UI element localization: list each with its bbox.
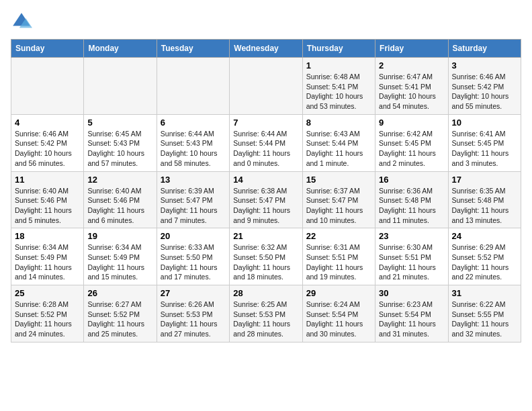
day-header-tuesday: Tuesday bbox=[157, 40, 229, 58]
date-number: 23 bbox=[379, 231, 444, 241]
cell-info: Sunrise: 6:41 AM Sunset: 5:45 PM Dayligh… bbox=[452, 129, 517, 169]
cell-info: Sunrise: 6:25 AM Sunset: 5:53 PM Dayligh… bbox=[233, 300, 298, 339]
cell-info: Sunrise: 6:40 AM Sunset: 5:46 PM Dayligh… bbox=[15, 186, 80, 226]
cell-info: Sunrise: 6:26 AM Sunset: 5:53 PM Dayligh… bbox=[161, 300, 226, 339]
cell-info: Sunrise: 6:28 AM Sunset: 5:52 PM Dayligh… bbox=[15, 300, 80, 339]
day-header-thursday: Thursday bbox=[302, 40, 375, 58]
date-number: 10 bbox=[452, 118, 517, 128]
cell-info: Sunrise: 6:31 AM Sunset: 5:51 PM Dayligh… bbox=[306, 242, 371, 282]
date-number: 11 bbox=[15, 175, 80, 185]
date-number: 3 bbox=[452, 60, 517, 71]
date-number: 24 bbox=[452, 231, 517, 241]
cell-info: Sunrise: 6:46 AM Sunset: 5:42 PM Dayligh… bbox=[452, 72, 517, 111]
calendar-week-row: 1Sunrise: 6:48 AM Sunset: 5:41 PM Daylig… bbox=[11, 58, 521, 115]
calendar-cell: 27Sunrise: 6:26 AM Sunset: 5:53 PM Dayli… bbox=[157, 285, 229, 342]
date-number: 30 bbox=[379, 288, 444, 298]
calendar-cell: 20Sunrise: 6:33 AM Sunset: 5:50 PM Dayli… bbox=[157, 228, 229, 285]
cell-info: Sunrise: 6:38 AM Sunset: 5:47 PM Dayligh… bbox=[233, 186, 298, 226]
cell-info: Sunrise: 6:29 AM Sunset: 5:52 PM Dayligh… bbox=[452, 242, 517, 282]
calendar-cell: 16Sunrise: 6:36 AM Sunset: 5:48 PM Dayli… bbox=[375, 171, 448, 228]
cell-info: Sunrise: 6:33 AM Sunset: 5:50 PM Dayligh… bbox=[161, 242, 226, 282]
calendar-table: SundayMondayTuesdayWednesdayThursdayFrid… bbox=[11, 39, 521, 342]
calendar-cell: 22Sunrise: 6:31 AM Sunset: 5:51 PM Dayli… bbox=[302, 228, 375, 285]
date-number: 14 bbox=[233, 175, 298, 185]
cell-info: Sunrise: 6:46 AM Sunset: 5:42 PM Dayligh… bbox=[15, 129, 80, 169]
date-number: 17 bbox=[452, 175, 517, 185]
calendar-cell: 14Sunrise: 6:38 AM Sunset: 5:47 PM Dayli… bbox=[230, 171, 302, 228]
cell-info: Sunrise: 6:47 AM Sunset: 5:41 PM Dayligh… bbox=[379, 72, 444, 111]
date-number: 26 bbox=[87, 288, 152, 298]
date-number: 13 bbox=[161, 175, 226, 185]
date-number: 19 bbox=[87, 231, 152, 241]
calendar-cell: 5Sunrise: 6:45 AM Sunset: 5:43 PM Daylig… bbox=[84, 114, 157, 171]
day-header-saturday: Saturday bbox=[448, 40, 521, 58]
calendar-header-row: SundayMondayTuesdayWednesdayThursdayFrid… bbox=[11, 40, 521, 58]
calendar-cell: 23Sunrise: 6:30 AM Sunset: 5:51 PM Dayli… bbox=[375, 228, 448, 285]
cell-info: Sunrise: 6:24 AM Sunset: 5:54 PM Dayligh… bbox=[306, 300, 371, 339]
cell-info: Sunrise: 6:44 AM Sunset: 5:43 PM Dayligh… bbox=[161, 129, 226, 169]
cell-info: Sunrise: 6:42 AM Sunset: 5:45 PM Dayligh… bbox=[379, 129, 444, 169]
calendar-cell: 24Sunrise: 6:29 AM Sunset: 5:52 PM Dayli… bbox=[448, 228, 521, 285]
calendar-cell bbox=[11, 58, 84, 115]
cell-info: Sunrise: 6:48 AM Sunset: 5:41 PM Dayligh… bbox=[306, 72, 371, 111]
date-number: 6 bbox=[161, 118, 226, 128]
calendar-cell: 7Sunrise: 6:44 AM Sunset: 5:44 PM Daylig… bbox=[230, 114, 302, 171]
calendar-cell: 30Sunrise: 6:23 AM Sunset: 5:54 PM Dayli… bbox=[375, 285, 448, 342]
calendar-cell: 25Sunrise: 6:28 AM Sunset: 5:52 PM Dayli… bbox=[11, 285, 84, 342]
calendar-cell: 28Sunrise: 6:25 AM Sunset: 5:53 PM Dayli… bbox=[230, 285, 302, 342]
calendar-cell: 2Sunrise: 6:47 AM Sunset: 5:41 PM Daylig… bbox=[375, 58, 448, 115]
calendar-week-row: 4Sunrise: 6:46 AM Sunset: 5:42 PM Daylig… bbox=[11, 114, 521, 171]
cell-info: Sunrise: 6:36 AM Sunset: 5:48 PM Dayligh… bbox=[379, 186, 444, 226]
date-number: 7 bbox=[233, 118, 298, 128]
date-number: 20 bbox=[161, 231, 226, 241]
date-number: 27 bbox=[161, 288, 226, 298]
calendar-cell: 10Sunrise: 6:41 AM Sunset: 5:45 PM Dayli… bbox=[448, 114, 521, 171]
cell-info: Sunrise: 6:27 AM Sunset: 5:52 PM Dayligh… bbox=[87, 300, 152, 339]
cell-info: Sunrise: 6:40 AM Sunset: 5:46 PM Dayligh… bbox=[87, 186, 152, 226]
date-number: 1 bbox=[306, 60, 371, 71]
calendar-cell bbox=[84, 58, 157, 115]
date-number: 18 bbox=[15, 231, 80, 241]
cell-info: Sunrise: 6:43 AM Sunset: 5:44 PM Dayligh… bbox=[306, 129, 371, 169]
calendar-cell: 6Sunrise: 6:44 AM Sunset: 5:43 PM Daylig… bbox=[157, 114, 229, 171]
date-number: 12 bbox=[87, 175, 152, 185]
calendar-cell: 21Sunrise: 6:32 AM Sunset: 5:50 PM Dayli… bbox=[230, 228, 302, 285]
calendar-cell: 9Sunrise: 6:42 AM Sunset: 5:45 PM Daylig… bbox=[375, 114, 448, 171]
calendar-cell: 29Sunrise: 6:24 AM Sunset: 5:54 PM Dayli… bbox=[302, 285, 375, 342]
calendar-cell: 19Sunrise: 6:34 AM Sunset: 5:49 PM Dayli… bbox=[84, 228, 157, 285]
calendar-cell bbox=[230, 58, 302, 115]
cell-info: Sunrise: 6:39 AM Sunset: 5:47 PM Dayligh… bbox=[161, 186, 226, 226]
day-header-friday: Friday bbox=[375, 40, 448, 58]
cell-info: Sunrise: 6:34 AM Sunset: 5:49 PM Dayligh… bbox=[87, 242, 152, 282]
cell-info: Sunrise: 6:35 AM Sunset: 5:48 PM Dayligh… bbox=[452, 186, 517, 226]
calendar-cell: 1Sunrise: 6:48 AM Sunset: 5:41 PM Daylig… bbox=[302, 58, 375, 115]
cell-info: Sunrise: 6:30 AM Sunset: 5:51 PM Dayligh… bbox=[379, 242, 444, 282]
calendar-cell: 12Sunrise: 6:40 AM Sunset: 5:46 PM Dayli… bbox=[84, 171, 157, 228]
cell-info: Sunrise: 6:45 AM Sunset: 5:43 PM Dayligh… bbox=[87, 129, 152, 169]
calendar-cell: 11Sunrise: 6:40 AM Sunset: 5:46 PM Dayli… bbox=[11, 171, 84, 228]
calendar-week-row: 18Sunrise: 6:34 AM Sunset: 5:49 PM Dayli… bbox=[11, 228, 521, 285]
day-header-wednesday: Wednesday bbox=[230, 40, 302, 58]
date-number: 4 bbox=[15, 118, 80, 128]
date-number: 25 bbox=[15, 288, 80, 298]
calendar-cell: 8Sunrise: 6:43 AM Sunset: 5:44 PM Daylig… bbox=[302, 114, 375, 171]
date-number: 2 bbox=[379, 60, 444, 71]
calendar-cell: 4Sunrise: 6:46 AM Sunset: 5:42 PM Daylig… bbox=[11, 114, 84, 171]
cell-info: Sunrise: 6:44 AM Sunset: 5:44 PM Dayligh… bbox=[233, 129, 298, 169]
calendar-cell bbox=[157, 58, 229, 115]
cell-info: Sunrise: 6:34 AM Sunset: 5:49 PM Dayligh… bbox=[15, 242, 80, 282]
day-header-sunday: Sunday bbox=[11, 40, 84, 58]
date-number: 31 bbox=[452, 288, 517, 298]
date-number: 28 bbox=[233, 288, 298, 298]
cell-info: Sunrise: 6:32 AM Sunset: 5:50 PM Dayligh… bbox=[233, 242, 298, 282]
date-number: 21 bbox=[233, 231, 298, 241]
calendar-week-row: 25Sunrise: 6:28 AM Sunset: 5:52 PM Dayli… bbox=[11, 285, 521, 342]
date-number: 9 bbox=[379, 118, 444, 128]
logo-icon bbox=[11, 11, 32, 32]
calendar-cell: 15Sunrise: 6:37 AM Sunset: 5:47 PM Dayli… bbox=[302, 171, 375, 228]
calendar-cell: 26Sunrise: 6:27 AM Sunset: 5:52 PM Dayli… bbox=[84, 285, 157, 342]
header bbox=[11, 11, 521, 32]
calendar-cell: 17Sunrise: 6:35 AM Sunset: 5:48 PM Dayli… bbox=[448, 171, 521, 228]
date-number: 8 bbox=[306, 118, 371, 128]
calendar-cell: 18Sunrise: 6:34 AM Sunset: 5:49 PM Dayli… bbox=[11, 228, 84, 285]
